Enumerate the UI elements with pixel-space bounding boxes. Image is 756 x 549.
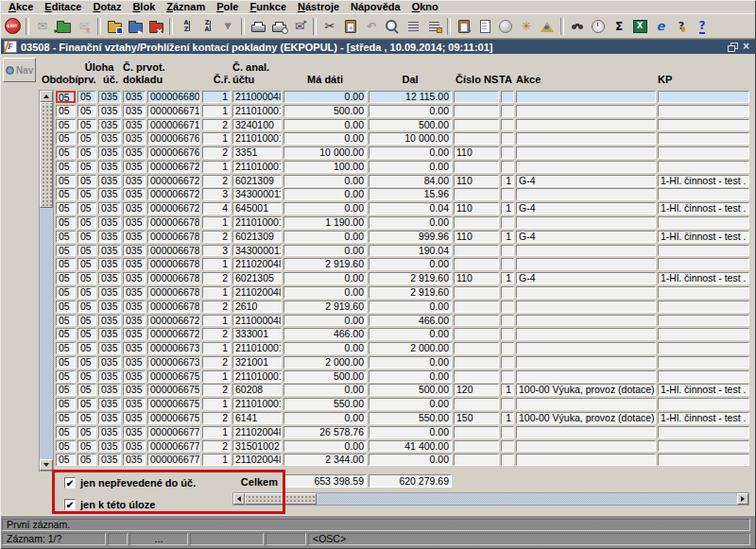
cell-ucet[interactable]: 211020048 xyxy=(232,454,282,466)
cell-cr[interactable]: 1 xyxy=(202,258,231,270)
import-clipboard-button[interactable] xyxy=(454,17,474,36)
cell-ns[interactable]: 110 xyxy=(454,231,499,243)
cell-dal[interactable]: 10 000.00 xyxy=(369,132,452,145)
cell-obdobi[interactable]: 05 xyxy=(56,202,76,214)
cell-obdobi[interactable]: 05 xyxy=(56,300,76,313)
cell-doklad[interactable]: 0000066726 xyxy=(147,188,200,200)
menu-item-blok[interactable]: Blok xyxy=(127,1,161,12)
cell-uc[interactable]: 035 xyxy=(98,286,121,299)
cell-kp[interactable] xyxy=(658,188,749,200)
cell-obdobi[interactable]: 05 xyxy=(56,412,76,424)
cell-cr[interactable]: 2 xyxy=(202,440,231,453)
cell-uc[interactable]: 035 xyxy=(98,384,121,396)
cell-obdobi[interactable]: 05 xyxy=(56,342,76,354)
cell-ta[interactable] xyxy=(501,454,514,466)
cell-ucet[interactable]: 6021309 xyxy=(232,231,282,243)
cell-ta[interactable] xyxy=(501,105,514,117)
cell-prefix[interactable]: 035 xyxy=(123,161,146,173)
cell-madati[interactable]: 0.00 xyxy=(284,202,367,214)
cell-uc[interactable]: 035 xyxy=(98,119,121,131)
zoom-button[interactable] xyxy=(382,17,403,36)
cell-doklad[interactable]: 0000066757 xyxy=(147,412,200,424)
cell-prefix[interactable]: 035 xyxy=(123,202,146,214)
cell-akce[interactable] xyxy=(516,119,656,131)
cell-akce[interactable] xyxy=(516,216,656,229)
menu-item-dotaz[interactable]: Dotaz xyxy=(87,1,127,12)
cell-obdobi[interactable]: 05 xyxy=(56,132,76,145)
cell-ns[interactable] xyxy=(454,245,499,257)
cell-cr[interactable]: 2 xyxy=(202,175,231,187)
cell-uc[interactable]: 035 xyxy=(98,356,121,369)
cell-ta[interactable] xyxy=(501,245,514,257)
cell-prv[interactable]: 05 xyxy=(77,454,96,466)
cell-akce[interactable] xyxy=(516,188,656,200)
cell-kp[interactable] xyxy=(658,132,749,145)
cell-ucet[interactable]: 6141 xyxy=(232,412,282,424)
sum-button[interactable] xyxy=(609,17,629,36)
menu-item-pole[interactable]: Pole xyxy=(211,1,244,12)
cell-cr[interactable]: 2 xyxy=(202,412,231,424)
cell-akce[interactable] xyxy=(516,245,656,257)
cell-prv[interactable]: 05 xyxy=(77,188,96,200)
cell-ta[interactable]: 1 xyxy=(501,272,514,284)
cell-dal[interactable]: 0.00 xyxy=(369,426,452,438)
cell-uc[interactable]: 035 xyxy=(98,188,121,200)
cell-doklad[interactable]: 0000066726 xyxy=(147,175,200,187)
help-button[interactable] xyxy=(692,17,713,36)
cell-dal[interactable]: 0.04 xyxy=(369,202,452,214)
cell-ta[interactable] xyxy=(501,440,514,453)
cell-ucet[interactable]: 645001 xyxy=(232,202,282,214)
cell-prefix[interactable]: 035 xyxy=(123,245,146,257)
cell-dal[interactable]: 500.00 xyxy=(369,119,452,131)
cell-uc[interactable]: 035 xyxy=(98,132,121,145)
cancel-query-folder-button[interactable] xyxy=(146,17,166,36)
cell-cr[interactable]: 1 xyxy=(202,161,231,173)
cell-doklad[interactable]: 0000066723 xyxy=(147,315,200,327)
cell-madati[interactable]: 0.00 xyxy=(284,188,367,200)
cell-prv[interactable]: 05 xyxy=(77,105,96,117)
paste-button[interactable] xyxy=(340,17,361,36)
cell-madati[interactable]: 100.00 xyxy=(284,161,367,173)
cell-kp[interactable]: 1-Hl. činnost - test . bbbb xyxy=(658,272,749,284)
scroll-right-button[interactable] xyxy=(737,493,748,505)
cell-uc[interactable]: 035 xyxy=(98,440,121,453)
cell-prv[interactable]: 05 xyxy=(77,398,96,410)
cell-ns[interactable]: 120 xyxy=(454,384,499,396)
cell-dal[interactable]: 15.96 xyxy=(369,188,452,200)
cell-prefix[interactable]: 035 xyxy=(123,454,146,466)
import-folder-button[interactable] xyxy=(53,17,74,36)
cell-madati[interactable]: 500.00 xyxy=(284,105,367,117)
cell-uc[interactable]: 035 xyxy=(98,161,121,173)
cell-akce[interactable]: G-4 xyxy=(516,175,656,187)
print-preview-button[interactable] xyxy=(268,17,289,36)
cell-kp[interactable] xyxy=(658,146,749,159)
cell-dal[interactable]: 0.00 xyxy=(369,105,452,117)
cell-dal[interactable]: 2 919.60 xyxy=(369,272,452,284)
cell-kp[interactable] xyxy=(658,161,749,173)
cell-ta[interactable] xyxy=(501,188,514,200)
cell-obdobi[interactable]: 05 xyxy=(56,175,76,187)
cell-ns[interactable] xyxy=(454,328,499,340)
globe-button[interactable] xyxy=(495,17,516,36)
cell-doklad[interactable]: 0000066774 xyxy=(147,440,200,453)
cell-ucet[interactable]: 2610 xyxy=(232,300,282,313)
cell-ns[interactable] xyxy=(454,315,499,327)
cell-akce[interactable] xyxy=(516,342,656,354)
cell-ns[interactable] xyxy=(454,398,499,410)
cell-madati[interactable]: 0.00 xyxy=(284,286,367,299)
cell-kp[interactable] xyxy=(658,105,749,117)
cell-obdobi[interactable]: 05 xyxy=(56,231,76,243)
cell-obdobi[interactable]: 05 xyxy=(56,258,76,270)
cell-ns[interactable] xyxy=(454,161,499,173)
cell-uc[interactable]: 035 xyxy=(98,105,121,117)
cell-akce[interactable] xyxy=(516,286,656,299)
cell-doklad[interactable]: 0000066760 xyxy=(147,146,200,159)
cell-ucet[interactable]: 3351 xyxy=(232,146,282,159)
cell-uc[interactable]: 035 xyxy=(98,175,121,187)
exit-button[interactable] xyxy=(2,17,23,36)
cell-uc[interactable]: 035 xyxy=(98,342,121,354)
cell-prv[interactable]: 05 xyxy=(77,286,96,299)
cell-ta[interactable]: 1 xyxy=(501,231,514,243)
cell-doklad[interactable]: 0000066780 xyxy=(147,231,200,243)
cell-obdobi[interactable]: 05 xyxy=(56,426,76,438)
